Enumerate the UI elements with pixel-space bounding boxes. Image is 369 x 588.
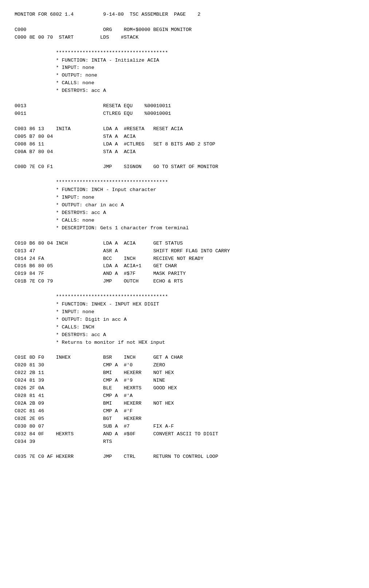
assembly-listing: MONITOR FOR 6802 1.4 9-14-80 TSC ASSEMBL… xyxy=(15,11,354,461)
